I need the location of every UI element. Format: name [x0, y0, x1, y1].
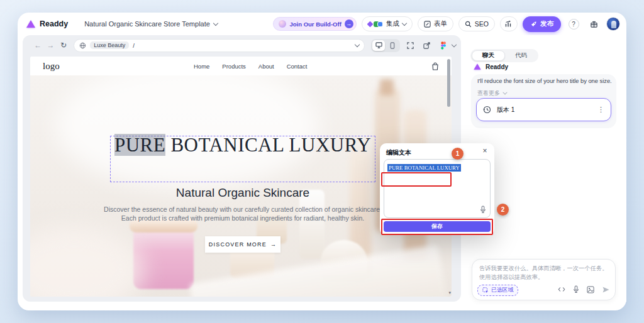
pink-jar	[133, 226, 194, 289]
nav-contact[interactable]: Contact	[287, 63, 308, 70]
back-button[interactable]: ←	[31, 41, 44, 50]
annotation-badge-1: 1	[452, 148, 464, 160]
code-icon[interactable]	[558, 286, 565, 293]
user-avatar[interactable]	[606, 17, 620, 31]
project-title: Natural Organic Skincare Store Template	[84, 20, 210, 28]
nav-home[interactable]: Home	[194, 63, 209, 70]
assistant-name: Readdy	[486, 63, 508, 70]
hero-title[interactable]: PURE BOTANICAL LUXURY	[68, 133, 418, 156]
view-more-toggle[interactable]: 查看更多	[477, 89, 507, 97]
buildoff-button[interactable]: Join Our Build-Off →	[273, 17, 356, 31]
integrations-label: 集成	[386, 19, 399, 28]
globe-icon	[79, 42, 86, 49]
microphone-icon[interactable]	[480, 205, 486, 214]
annotation-badge-2: 2	[497, 204, 509, 216]
canvas-scrollbar[interactable]	[447, 59, 450, 107]
chevron-down-icon	[355, 41, 360, 47]
sidebar-tabs: 聊天 代码	[470, 49, 538, 62]
scroll-down-arrow[interactable]: ▾	[448, 290, 451, 295]
annotation-box-save	[381, 219, 493, 235]
version-card[interactable]: 版本 1 ⋮	[476, 98, 611, 121]
version-label: 版本 1	[497, 106, 514, 114]
gift-icon	[590, 20, 598, 28]
hero-title-rest: BOTANICAL LUXURY	[165, 134, 371, 156]
desktop-view-button[interactable]	[372, 40, 385, 51]
white-tube	[299, 190, 325, 259]
buildoff-icon	[279, 20, 286, 28]
publish-button[interactable]: 发布	[523, 16, 561, 32]
shopping-bag-icon[interactable]	[431, 62, 439, 70]
microphone-icon[interactable]	[573, 285, 579, 293]
analytics-icon	[505, 20, 513, 28]
form-label: 表单	[434, 19, 447, 28]
figma-export-button[interactable]	[437, 41, 450, 50]
chat-input-card[interactable]: 告诉我要更改什么。具体而清晰，一次一个任务。 使用选择器以提高效率。 已选区域	[472, 259, 616, 300]
chevron-down-icon	[213, 20, 218, 25]
integrations-button[interactable]: 集成	[362, 16, 413, 31]
form-icon	[424, 21, 431, 28]
chevron-down-icon	[402, 20, 407, 25]
kebab-menu-icon[interactable]: ⋮	[597, 106, 604, 114]
buildoff-label: Join Our Build-Off	[289, 21, 341, 28]
form-button[interactable]: 表单	[418, 16, 453, 31]
chevron-down-icon	[452, 41, 457, 47]
hero-title-highlight: PURE	[114, 134, 165, 156]
selected-region-chip[interactable]: 已选区域	[477, 285, 518, 296]
integrations-apps-icon	[368, 21, 383, 27]
url-bar[interactable]: Luxe Beauty /	[74, 39, 365, 52]
gift-button[interactable]	[586, 16, 601, 31]
selected-region-label: 已选区域	[491, 287, 513, 294]
hero-subtitle: Natural Organic Skincare	[68, 186, 418, 200]
project-title-dropdown[interactable]: Natural Organic Skincare Store Template	[84, 20, 218, 28]
modal-title: 编辑文本	[386, 148, 411, 157]
site-logo[interactable]: logo	[43, 61, 60, 72]
assistant-message: I'll reduce the font size of your hero t…	[477, 78, 616, 84]
rocket-icon	[530, 21, 537, 28]
readdy-logo-icon	[26, 20, 35, 28]
edit-textarea[interactable]: PURE BOTANICAL LUXURY	[384, 159, 491, 218]
device-toggle	[371, 39, 400, 52]
brand-name: Readdy	[40, 19, 68, 28]
open-external-button[interactable]	[421, 42, 433, 49]
nav-products[interactable]: Products	[222, 63, 246, 70]
top-bar: Readdy Natural Organic Skincare Store Te…	[18, 13, 626, 35]
nav-about[interactable]: About	[258, 63, 274, 70]
annotation-box-text	[381, 172, 452, 187]
select-cursor-icon	[482, 287, 489, 293]
image-icon[interactable]	[587, 286, 594, 293]
analytics-button[interactable]	[500, 16, 518, 31]
forward-button[interactable]: →	[44, 41, 57, 50]
photo-glow	[30, 226, 143, 297]
search-icon	[465, 21, 472, 28]
discover-more-button[interactable]: DISCOVER MORE →	[205, 236, 280, 253]
tab-chat[interactable]: 聊天	[472, 50, 505, 61]
chevron-down-icon	[502, 90, 507, 94]
bottle-cap	[380, 79, 394, 96]
hero-description: Discover the essence of natural beauty w…	[98, 205, 387, 222]
refresh-button[interactable]: ↻	[57, 41, 70, 50]
arrow-right-icon: →	[270, 241, 277, 248]
help-icon: ?	[569, 19, 579, 30]
site-header: logo Home Products About Contact	[30, 57, 452, 75]
site-nav: Home Products About Contact	[194, 63, 307, 70]
history-clock-icon	[483, 106, 491, 114]
arrow-right-icon: →	[345, 19, 353, 28]
send-icon[interactable]	[602, 286, 610, 293]
input-placeholder-line2: 使用选择器以提高效率。	[479, 273, 543, 282]
seo-button[interactable]: SEO	[458, 16, 495, 31]
app-window: Readdy Natural Organic Skincare Store Te…	[18, 13, 626, 310]
help-button[interactable]: ?	[566, 16, 581, 31]
site-name-chip: Luxe Beauty	[90, 41, 129, 49]
textarea-selected-text: PURE BOTANICAL LUXURY	[387, 164, 461, 172]
tab-code[interactable]: 代码	[505, 50, 537, 61]
readdy-logo-icon	[474, 63, 480, 70]
cta-label: DISCOVER MORE	[209, 241, 267, 248]
seo-label: SEO	[475, 20, 489, 28]
fullscreen-button[interactable]	[404, 42, 416, 49]
close-icon[interactable]: ×	[480, 146, 489, 155]
mobile-view-button[interactable]	[386, 40, 399, 51]
browser-toolbar: ← → ↻ Luxe Beauty /	[23, 37, 461, 53]
assistant-header: Readdy	[473, 63, 508, 70]
publish-label: 发布	[540, 19, 553, 28]
input-placeholder-line1: 告诉我要更改什么。具体而清晰，一次一个任务。	[479, 265, 608, 273]
